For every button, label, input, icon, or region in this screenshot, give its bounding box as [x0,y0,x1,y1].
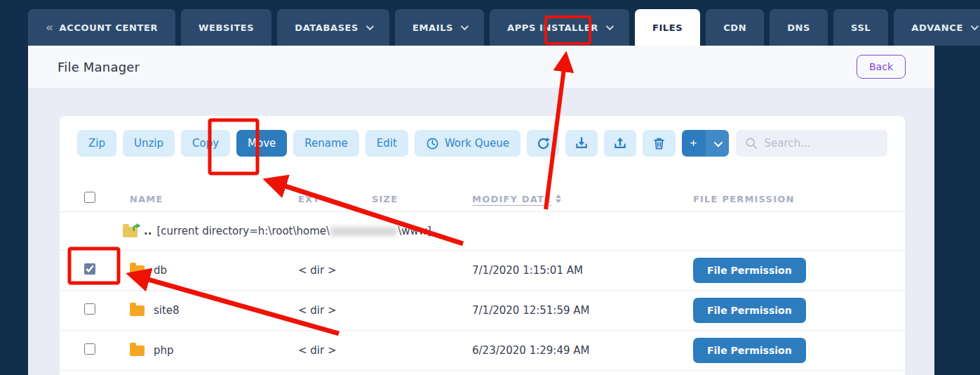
tab-websites[interactable]: WEBSITES [181,9,271,46]
parent-dir-dots: .. [144,225,152,237]
chevron-down-icon [713,138,723,147]
tab-account-center[interactable]: « ACCOUNT CENTER [28,9,175,46]
redacted-username [330,227,397,236]
header-ext: EXT [298,194,372,204]
delete-button[interactable] [643,130,675,157]
row-checkbox-site8[interactable] [84,303,95,315]
tab-cdn[interactable]: CDN [706,9,764,46]
tab-advance[interactable]: ADVANCE [894,9,980,46]
file-modify-date: 7/1/2020 1:15:01 AM [472,264,691,277]
file-name[interactable]: php [154,344,174,357]
rename-button[interactable]: Rename [293,130,359,157]
unzip-button[interactable]: Unzip [123,130,175,157]
tab-ssl[interactable]: SSL [833,9,888,46]
file-toolbar: Zip Unzip Copy Move Rename Edit Work Que… [60,116,905,157]
chevrons-left-icon: « [46,20,54,34]
parent-directory-row[interactable]: .. [current directory=h:\root\home\ \www… [60,212,905,251]
tab-emails[interactable]: EMAILS [395,9,484,46]
file-ext: < dir > [298,264,372,277]
tab-label: EMAILS [412,22,453,33]
clock-icon [426,137,439,150]
tab-label: DATABASES [295,22,358,33]
chevron-down-icon [971,22,979,30]
file-name[interactable]: db [154,264,167,277]
row-checkbox-db[interactable] [84,263,95,275]
chevron-down-icon [366,22,374,30]
add-button[interactable]: + [682,130,706,157]
file-modify-date: 6/23/2020 1:29:49 AM [472,344,691,357]
table-row-php: php < dir > 6/23/2020 1:29:49 AM File Pe… [60,331,905,371]
page-header: File Manager Back [28,46,934,88]
tab-label: CDN [723,22,746,33]
header-modify-date: MODIFY DATE [472,194,551,204]
download-icon [575,136,589,150]
add-dropdown-button[interactable] [706,130,729,157]
upload-button[interactable] [604,130,636,157]
table-header-row: NAME EXT SIZE MODIFY DATE FILE PERMISSIO… [60,186,905,212]
page-title: File Manager [58,60,140,74]
download-button[interactable] [565,130,598,157]
header-size: SIZE [372,194,472,204]
tab-label: FILES [652,22,683,33]
file-permission-button[interactable]: File Permission [693,258,806,283]
back-button[interactable]: Back [857,55,906,79]
search-icon [745,137,758,150]
current-directory-suffix: \www] [398,225,431,237]
trash-icon [652,137,666,150]
file-manager-card: Zip Unzip Copy Move Rename Edit Work Que… [60,116,905,375]
current-directory-prefix: [current directory=h:\root\home\ [156,225,330,237]
sort-icon [556,195,561,203]
work-queue-label: Work Queue [445,137,509,150]
tab-label: APPS INSTALLER [507,22,598,33]
content-area: Zip Unzip Copy Move Rename Edit Work Que… [28,88,934,375]
move-button[interactable]: Move [236,130,287,157]
header-file-permission: FILE PERMISSION [691,194,905,204]
search-box [736,130,887,157]
folder-icon [130,265,145,276]
chevron-down-icon [606,22,614,30]
select-all-checkbox[interactable] [84,192,95,203]
copy-button[interactable]: Copy [181,130,230,157]
tab-label: WEBSITES [199,22,254,33]
chevron-down-icon [461,22,469,30]
refresh-icon [536,136,551,151]
header-modify-date-sort[interactable]: MODIFY DATE [472,194,561,204]
file-modify-date: 7/1/2020 12:51:59 AM [472,304,691,317]
tab-apps-installer[interactable]: APPS INSTALLER [490,9,629,46]
tab-files[interactable]: FILES [635,9,700,46]
folder-icon [130,346,145,356]
tab-dns[interactable]: DNS [770,9,828,46]
zip-button[interactable]: Zip [77,130,116,157]
header-name: NAME [130,194,298,204]
edit-button[interactable]: Edit [365,130,408,157]
table-row-site8: site8 < dir > 7/1/2020 12:51:59 AM File … [60,291,905,331]
row-checkbox-php[interactable] [84,343,95,355]
upload-icon [613,136,627,150]
folder-icon [130,305,145,316]
file-name[interactable]: site8 [154,304,180,317]
tab-label: DNS [787,22,810,33]
file-ext: < dir > [298,344,372,357]
folder-up-icon [123,225,138,237]
file-permission-button[interactable]: File Permission [693,298,806,323]
file-ext: < dir > [298,304,372,317]
tab-label: ACCOUNT CENTER [60,22,158,33]
refresh-button[interactable] [527,130,559,157]
tab-label: SSL [851,22,871,33]
top-navigation: « ACCOUNT CENTER WEBSITES DATABASES EMAI… [0,0,980,46]
work-queue-button[interactable]: Work Queue [415,130,521,157]
add-split-button: + [682,130,729,157]
file-permission-button[interactable]: File Permission [693,338,806,363]
tab-databases[interactable]: DATABASES [277,9,389,46]
tab-label: ADVANCE [911,22,963,33]
table-row-db: db < dir > 7/1/2020 1:15:01 AM File Perm… [60,251,905,291]
search-input[interactable] [765,137,878,150]
